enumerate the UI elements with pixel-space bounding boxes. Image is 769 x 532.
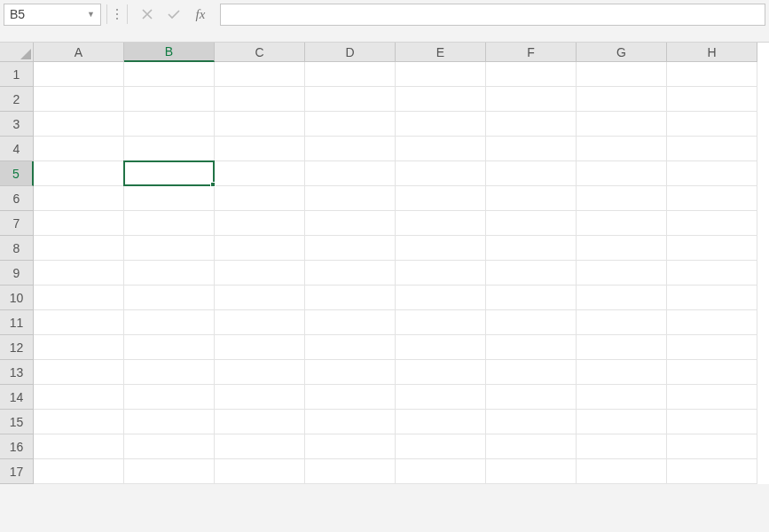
cell-b11[interactable] [124,310,215,335]
insert-function-button[interactable]: fx [192,5,209,23]
cell-d6[interactable] [305,186,396,211]
cell-a10[interactable] [34,286,124,310]
cell-g17[interactable] [577,459,667,484]
cell-g4[interactable] [577,137,667,161]
row-header-1[interactable]: 1 [0,62,34,87]
cell-c3[interactable] [215,112,305,137]
cell-e8[interactable] [396,236,486,261]
cell-h11[interactable] [667,310,757,335]
cell-b6[interactable] [124,186,215,211]
cell-c4[interactable] [215,137,305,161]
cell-a16[interactable] [34,434,124,459]
cell-a12[interactable] [34,335,124,360]
cell-b10[interactable] [124,286,215,310]
cell-f5[interactable] [486,161,577,186]
cell-d9[interactable] [305,261,396,286]
cell-b7[interactable] [124,211,215,236]
cell-e1[interactable] [396,62,486,87]
cell-c16[interactable] [215,434,305,459]
cell-b15[interactable] [124,410,215,434]
column-header-h[interactable]: H [667,43,757,62]
column-header-e[interactable]: E [396,43,486,62]
cell-e11[interactable] [396,310,486,335]
cell-e17[interactable] [396,459,486,484]
cell-d16[interactable] [305,434,396,459]
column-header-c[interactable]: C [215,43,305,62]
cell-f17[interactable] [486,459,577,484]
cell-e12[interactable] [396,335,486,360]
cell-f15[interactable] [486,410,577,434]
cell-d15[interactable] [305,410,396,434]
cell-a3[interactable] [34,112,124,137]
cell-a2[interactable] [34,87,124,112]
cell-h13[interactable] [667,360,757,385]
cell-a6[interactable] [34,186,124,211]
cell-e13[interactable] [396,360,486,385]
cell-c12[interactable] [215,335,305,360]
cell-a15[interactable] [34,410,124,434]
cells-area[interactable] [34,62,757,484]
cell-f2[interactable] [486,87,577,112]
cell-e2[interactable] [396,87,486,112]
cell-a9[interactable] [34,261,124,286]
cell-d3[interactable] [305,112,396,137]
column-header-f[interactable]: F [486,43,577,62]
cell-f1[interactable] [486,62,577,87]
cell-f3[interactable] [486,112,577,137]
cell-b4[interactable] [124,137,215,161]
cell-f14[interactable] [486,385,577,410]
cell-b13[interactable] [124,360,215,385]
cell-a14[interactable] [34,385,124,410]
row-header-14[interactable]: 14 [0,385,34,410]
cell-b3[interactable] [124,112,215,137]
cell-g11[interactable] [577,310,667,335]
cell-h2[interactable] [667,87,757,112]
cell-a7[interactable] [34,211,124,236]
cell-h1[interactable] [667,62,757,87]
cell-g13[interactable] [577,360,667,385]
row-header-10[interactable]: 10 [0,286,34,310]
cell-h7[interactable] [667,211,757,236]
cell-g2[interactable] [577,87,667,112]
cell-f6[interactable] [486,186,577,211]
formula-bar-options-icon[interactable] [113,9,122,20]
cell-c1[interactable] [215,62,305,87]
cell-d4[interactable] [305,137,396,161]
cell-b1[interactable] [124,62,215,87]
cell-c13[interactable] [215,360,305,385]
cell-d13[interactable] [305,360,396,385]
cell-g15[interactable] [577,410,667,434]
cell-e4[interactable] [396,137,486,161]
row-header-13[interactable]: 13 [0,360,34,385]
cell-f10[interactable] [486,286,577,310]
cell-a8[interactable] [34,236,124,261]
cell-g12[interactable] [577,335,667,360]
cell-f12[interactable] [486,335,577,360]
row-header-11[interactable]: 11 [0,310,34,335]
cell-a1[interactable] [34,62,124,87]
cell-c9[interactable] [215,261,305,286]
cell-g14[interactable] [577,385,667,410]
row-header-16[interactable]: 16 [0,434,34,459]
cell-b14[interactable] [124,385,215,410]
name-box[interactable]: B5 ▼ [4,4,101,26]
cell-e5[interactable] [396,161,486,186]
cell-d1[interactable] [305,62,396,87]
cell-d17[interactable] [305,459,396,484]
cell-d7[interactable] [305,211,396,236]
cell-h15[interactable] [667,410,757,434]
cell-b17[interactable] [124,459,215,484]
cell-h16[interactable] [667,434,757,459]
cell-h8[interactable] [667,236,757,261]
cell-d8[interactable] [305,236,396,261]
cell-c15[interactable] [215,410,305,434]
cell-a11[interactable] [34,310,124,335]
cell-b16[interactable] [124,434,215,459]
cell-c14[interactable] [215,385,305,410]
cell-f13[interactable] [486,360,577,385]
cell-b2[interactable] [124,87,215,112]
formula-input[interactable] [220,4,765,26]
cell-g10[interactable] [577,286,667,310]
cell-e6[interactable] [396,186,486,211]
column-header-b[interactable]: B [124,43,215,62]
